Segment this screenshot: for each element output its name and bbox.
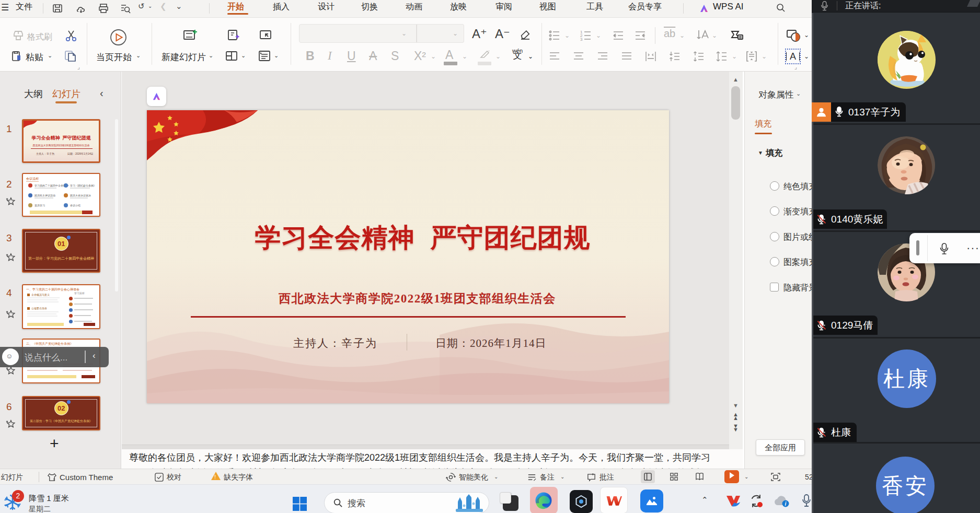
svg-text:i: i bbox=[785, 501, 787, 507]
svg-text:3: 3 bbox=[580, 37, 583, 42]
